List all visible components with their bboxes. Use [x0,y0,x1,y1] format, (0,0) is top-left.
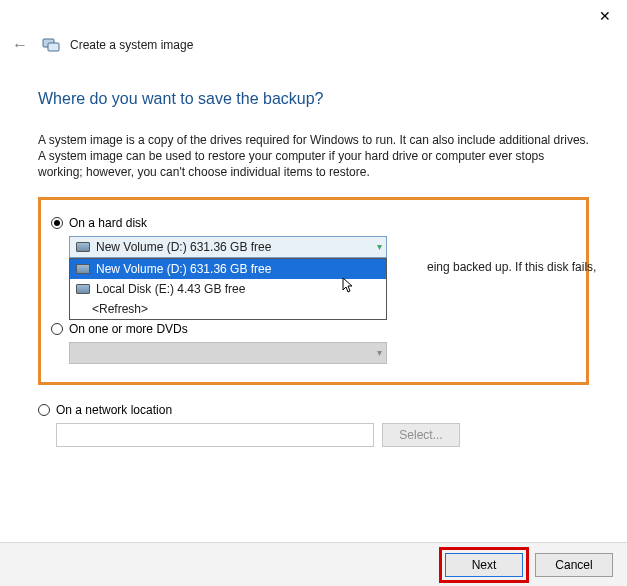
radio-dvd[interactable]: On one or more DVDs [51,322,576,336]
content-area: Where do you want to save the backup? A … [0,60,627,447]
radio-dvd-label: On one or more DVDs [69,322,188,336]
titlebar: ✕ [0,0,627,30]
network-path-input[interactable] [56,423,374,447]
drive-icon [76,264,90,274]
dvd-combo: ▾ [69,342,387,364]
window-title: Create a system image [70,38,193,52]
next-button-highlight: Next [439,547,529,583]
network-input-row: Select... [56,423,589,447]
radio-harddisk[interactable]: On a hard disk [51,216,576,230]
radio-network-label: On a network location [56,403,172,417]
radio-icon [51,217,63,229]
harddisk-combo[interactable]: New Volume (D:) 631.36 GB free ▾ [69,236,387,258]
dropdown-item-d[interactable]: New Volume (D:) 631.36 GB free [70,259,386,279]
system-image-icon [42,36,60,54]
dropdown-item-label: Local Disk (E:) 4.43 GB free [96,282,245,296]
page-heading: Where do you want to save the backup? [38,90,589,108]
radio-network[interactable]: On a network location [38,403,589,417]
back-button[interactable]: ← [8,34,32,56]
chevron-down-icon: ▾ [377,347,382,358]
next-button[interactable]: Next [445,553,523,577]
select-button[interactable]: Select... [382,423,460,447]
harddisk-combo-value: New Volume (D:) 631.36 GB free [96,240,271,254]
dropdown-item-label: New Volume (D:) 631.36 GB free [96,262,271,276]
dropdown-item-e[interactable]: Local Disk (E:) 4.43 GB free [70,279,386,299]
side-note-text: eing backed up. If this disk fails, [427,260,596,274]
page-description: A system image is a copy of the drives r… [38,132,589,181]
close-button[interactable]: ✕ [593,6,617,26]
highlighted-section: On a hard disk New Volume (D:) 631.36 GB… [38,197,589,385]
dropdown-refresh[interactable]: <Refresh> [70,299,386,319]
drive-icon [76,242,90,252]
radio-harddisk-label: On a hard disk [69,216,147,230]
radio-icon [51,323,63,335]
harddisk-dropdown: New Volume (D:) 631.36 GB free Local Dis… [69,258,387,320]
harddisk-combo-wrap: New Volume (D:) 631.36 GB free ▾ New Vol… [69,236,387,258]
radio-icon [38,404,50,416]
drive-icon [76,284,90,294]
svg-rect-1 [48,43,59,51]
header: ← Create a system image [0,30,627,60]
chevron-down-icon: ▾ [377,241,382,252]
cancel-button[interactable]: Cancel [535,553,613,577]
footer: Next Cancel [0,542,627,586]
